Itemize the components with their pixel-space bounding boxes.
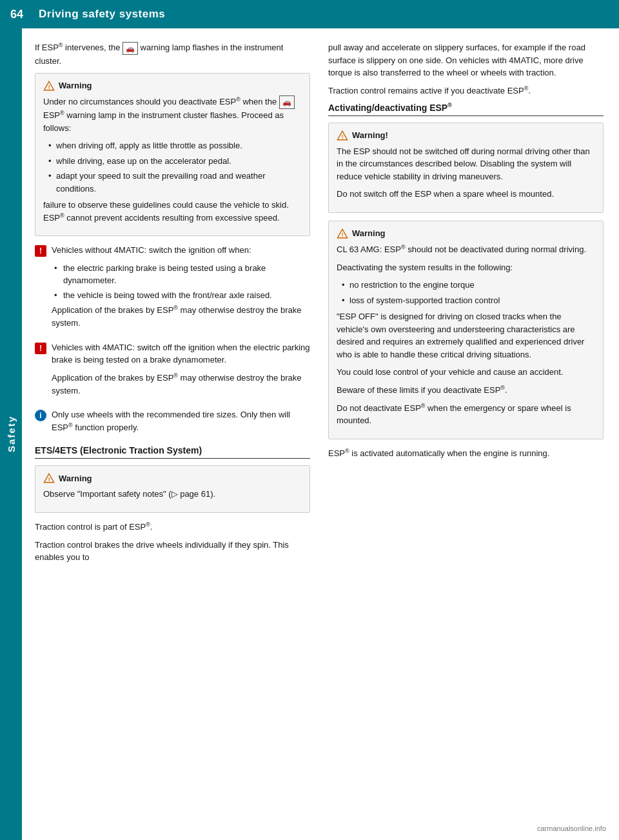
warning-title-3: ! Warning [337,228,595,239]
note-item-1: ! Vehicles without 4MATIC: switch the ig… [35,244,310,334]
header-title: Driving safety systems [39,8,165,21]
svg-text:!: ! [342,232,344,237]
warning2-body: Observe "Important safety notes" (▷ page… [43,488,302,501]
traction-text-2: Traction control brakes the drive wheels… [35,539,310,564]
warning-title-1: ! Warning [43,80,302,92]
warning-box-3: ! Warning CL 63 AMG: ESP® should not be … [328,221,604,439]
traction-active-text: Traction control remains active if you d… [328,85,604,97]
warning-triangle-icon-3: ! [337,228,348,239]
warning-box-1: ! Warning Under no circumstances should … [35,73,310,237]
footer-watermark: carmanualsonline.info [537,825,606,832]
warning1-bullets: when driving off, apply as little thrott… [48,139,302,195]
note-item-2: ! Vehicles with 4MATIC: switch off the i… [35,341,310,402]
svg-text:!: ! [48,477,50,483]
esp-auto-text: ESP® is activated automatically when the… [328,447,604,460]
sub-bullet: the vehicle is being towed with the fron… [54,289,310,302]
warning-label-3: Warning [352,228,386,238]
bullet-item: when driving off, apply as little thrott… [48,139,302,152]
note-text-1: Vehicles without 4MATIC: switch the igni… [52,244,310,334]
warning3-body5: Beware of these limits if you deactivate… [337,384,595,397]
sub-bullet: the electric parking brake is being test… [54,262,310,287]
bullet-item: adapt your speed to suit the prevailing … [48,170,302,195]
warning-box-exclaim: ! Warning! The ESP should not be switche… [328,123,604,213]
warning-label-exclaim: Warning! [352,130,388,140]
warning-triangle-icon-2: ! [43,472,55,484]
warning3-body2: Deactivating the system results in the f… [337,261,595,274]
note-icon-red-1: ! [35,245,46,257]
note-text-2: Vehicles with 4MATIC: switch off the ign… [52,341,310,402]
warning3-body4: You could lose control of your vehicle a… [337,366,595,379]
note1-sub-bullets: the electric parking brake is being test… [54,262,310,302]
header-bar: 64 Driving safety systems [0,0,619,28]
esp-icon-2: 🚗 [279,95,295,109]
main-content: If ESP® intervenes, the 🚗 warning lamp f… [22,28,619,840]
left-column: If ESP® intervenes, the 🚗 warning lamp f… [35,41,310,827]
intro-text: If ESP® intervenes, the 🚗 warning lamp f… [35,41,310,68]
svg-text:!: ! [48,84,50,90]
warning-label-1: Warning [59,81,92,90]
warning-triangle-icon-exclaim: ! [337,130,348,141]
bullet-item: while driving, ease up on the accelerato… [48,155,302,168]
svg-text:!: ! [342,134,344,139]
esp-icon: 🚗 [123,42,138,55]
note-text-3: Only use wheels with the recommended tir… [52,408,310,439]
warning1-footer: failure to observe these guidelines coul… [43,199,302,224]
note-icon-red-2: ! [35,343,46,354]
traction-text-1: Traction control is part of ESP®. [35,521,310,534]
warning1-body: Under no circumstances should you deacti… [43,95,302,134]
note-item-3: i Only use wheels with the recommended t… [35,408,310,439]
warning-box-2: ! Warning Observe "Important safety note… [35,465,310,513]
section-activating-heading: Activating/deactivating ESP® [328,102,604,116]
warning-exclaim-body: The ESP should not be switched off durin… [337,145,595,183]
bullet-item: no restriction to the engine torque [342,279,595,292]
warning3-body6: Do not deactivate ESP® when the emergenc… [337,402,595,427]
page-number: 64 [10,8,23,21]
right-column: pull away and accelerate on slippery sur… [328,41,604,827]
warning3-body1: CL 63 AMG: ESP® should not be deactivate… [337,243,595,256]
note-icon-blue-1: i [35,410,46,421]
sidebar-label: Safety [6,415,17,452]
warning-label-2: Warning [59,474,92,483]
pull-away-text: pull away and accelerate on slippery sur… [328,41,604,79]
warning3-bullets: no restriction to the engine torque loss… [342,279,595,306]
warning-triangle-icon-1: ! [43,80,55,92]
sidebar: Safety [0,28,22,840]
warning3-body3: "ESP OFF" is designed for driving on clo… [337,310,595,361]
warning-exclaim-body2: Do not switch off the ESP when a spare w… [337,188,595,201]
section-ets-heading: ETS/4ETS (Electronic Traction System) [35,445,310,459]
warning-title-2: ! Warning [43,472,302,484]
bullet-item: loss of system-supported traction contro… [342,294,595,307]
warning-title-exclaim: ! Warning! [337,130,595,141]
